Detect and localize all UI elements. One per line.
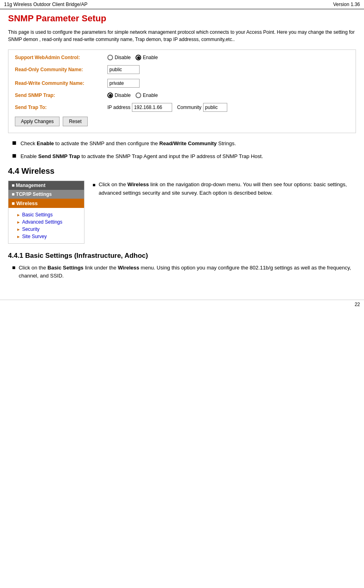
nav-sub-arrow-security: ► xyxy=(16,227,21,232)
bold-basic-settings: Basic Settings xyxy=(47,265,84,271)
readwrite-row: Read-Write Community Name: xyxy=(15,79,349,88)
webadmin-radio-group: Disable Enable xyxy=(107,55,158,60)
nav-sub-arrow-sitesurvey: ► xyxy=(16,234,21,239)
buttons-row: Apply Changes Reset xyxy=(15,117,349,126)
bullet-marker-1: ■ xyxy=(12,139,16,147)
wireless-description: ■ Click on the Wireless link on the navi… xyxy=(93,181,356,244)
page-description: This page is used to configure the param… xyxy=(8,29,356,43)
webadmin-enable-label: Enable xyxy=(143,55,158,60)
ip-address-label: IP address xyxy=(107,105,130,110)
nav-sub-arrow-basic: ► xyxy=(16,213,21,217)
bold-wireless: Wireless xyxy=(128,181,149,187)
sendtrap-row: Send SNMP Trap: Disable Enable xyxy=(15,93,349,98)
basic-settings-bullet: ■ Click on the Basic Settings link under… xyxy=(8,264,356,280)
sub-bullet-marker: ■ xyxy=(12,264,15,271)
bullet-text-1: Check Enable to activate the SNMP and th… xyxy=(21,140,236,148)
bullet-item-1: ■ Check Enable to activate the SNMP and … xyxy=(8,140,356,148)
reset-button[interactable]: Reset xyxy=(63,117,87,126)
basic-settings-text: Click on the Basic Settings link under t… xyxy=(19,264,356,280)
sendtrap-disable-radio[interactable] xyxy=(107,93,113,98)
nav-sub-basic[interactable]: ► Basic Settings xyxy=(12,211,81,218)
wireless-nav-image: ■ Management ■ TCP/IP Settings ■ Wireles… xyxy=(8,181,84,244)
snmp-form-section: Support WebAdmin Control: Disable Enable… xyxy=(8,49,356,133)
sendtrap-radio-group: Disable Enable xyxy=(107,93,158,98)
header-left: 11g Wireless Outdoor Client Bridge/AP xyxy=(4,2,87,7)
sendtrap-enable-radio[interactable] xyxy=(136,93,141,98)
wireless-desc-bullet: ■ Click on the Wireless link on the navi… xyxy=(93,181,356,197)
nav-sub-basic-label: Basic Settings xyxy=(22,212,53,218)
webadmin-enable-radio[interactable] xyxy=(136,55,141,60)
bullet-marker-2: ■ xyxy=(12,152,16,160)
header-right: Version 1.36 xyxy=(333,2,360,7)
page-title: SNMP Parameter Setup xyxy=(8,13,356,24)
page-content: SNMP Parameter Setup This page is used t… xyxy=(0,9,364,292)
header-bar: 11g Wireless Outdoor Client Bridge/AP Ve… xyxy=(0,0,364,9)
sendtrap-enable-label: Enable xyxy=(143,93,158,98)
page-number: 22 xyxy=(355,302,360,307)
wireless-section-heading: 4.4 Wireless xyxy=(8,167,356,176)
ip-address-input[interactable] xyxy=(132,103,172,112)
bullet-text-2: Enable Send SNMP Trap to activate the SN… xyxy=(21,152,263,160)
sendtrap-enable-option[interactable]: Enable xyxy=(136,93,158,98)
webadmin-enable-option[interactable]: Enable xyxy=(136,55,158,60)
wireless-desc-bullet-marker: ■ xyxy=(93,181,95,189)
webadmin-row: Support WebAdmin Control: Disable Enable xyxy=(15,55,349,60)
webadmin-label: Support WebAdmin Control: xyxy=(15,55,107,60)
nav-menu-management: ■ Management xyxy=(8,181,84,190)
apply-changes-button[interactable]: Apply Changes xyxy=(15,117,60,126)
nav-sub-security-label: Security xyxy=(22,226,39,232)
sendtrap-label: Send SNMP Trap: xyxy=(15,93,107,98)
readonly-row: Read-Only Community Name: xyxy=(15,65,349,74)
nav-sub-security[interactable]: ► Security xyxy=(12,226,81,233)
readwrite-label: Read-Write Community Name: xyxy=(15,80,107,86)
community-input[interactable] xyxy=(203,103,227,112)
trap-ip-row: IP address Community xyxy=(107,103,227,112)
nav-sub-arrow-advanced: ► xyxy=(16,220,21,224)
sendtrapto-label: Send Trap To: xyxy=(15,105,107,110)
bold-send-snmp-trap: Send SNMP Trap xyxy=(38,153,80,159)
bold-wireless-2: Wireless xyxy=(118,265,139,271)
bold-rw-community: Read/Write Community xyxy=(159,140,217,146)
bullet-section: ■ Check Enable to activate the SNMP and … xyxy=(8,140,356,160)
basic-settings-heading: 4.4.1 Basic Settings (Infrastructure, Ad… xyxy=(8,252,356,260)
nav-menu-wireless: ■ Wireless xyxy=(8,199,84,208)
webadmin-disable-radio[interactable] xyxy=(107,55,113,60)
nav-sub-advanced[interactable]: ► Advanced Settings xyxy=(12,218,81,226)
nav-sub-sitesurvey[interactable]: ► Site Survey xyxy=(12,233,81,240)
webadmin-disable-option[interactable]: Disable xyxy=(107,55,131,60)
sendtrapto-row: Send Trap To: IP address Community xyxy=(15,103,349,112)
sendtrap-disable-option[interactable]: Disable xyxy=(107,93,131,98)
nav-menu-subitems: ► Basic Settings ► Advanced Settings ► S… xyxy=(8,208,84,243)
nav-menu-tcpip: ■ TCP/IP Settings xyxy=(8,190,84,199)
readonly-label: Read-Only Community Name: xyxy=(15,67,107,72)
community-label: Community xyxy=(177,105,202,110)
readonly-input[interactable] xyxy=(107,65,140,74)
bullet-item-2: ■ Enable Send SNMP Trap to activate the … xyxy=(8,152,356,160)
wireless-desc-text: Click on the Wireless link on the naviga… xyxy=(99,181,356,197)
bold-enable: Enable xyxy=(37,140,54,146)
webadmin-disable-label: Disable xyxy=(115,55,131,60)
nav-sub-advanced-label: Advanced Settings xyxy=(22,219,62,225)
nav-sub-sitesurvey-label: Site Survey xyxy=(22,234,47,239)
footer-bar: 22 xyxy=(0,300,364,309)
readwrite-input[interactable] xyxy=(107,79,140,88)
sendtrap-disable-label: Disable xyxy=(115,93,131,98)
wireless-section: ■ Management ■ TCP/IP Settings ■ Wireles… xyxy=(8,181,356,244)
